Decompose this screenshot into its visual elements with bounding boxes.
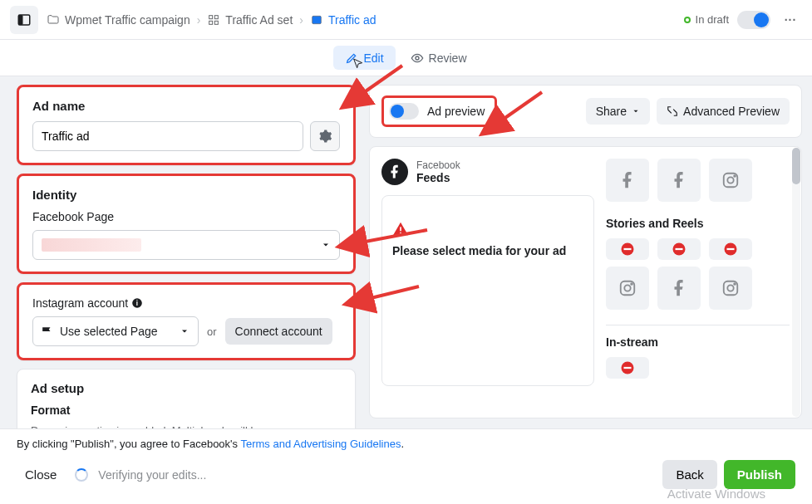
tab-review-label: Review [429,51,467,65]
no-entry-icon [620,360,635,375]
instream-section-title: In-stream [606,335,790,349]
gear-icon [317,129,332,144]
info-icon[interactable]: i [131,297,143,309]
svg-rect-11 [400,232,401,234]
flag-icon [42,326,53,336]
tabs-row: Edit Review [0,40,812,76]
stories-badge-3 [709,238,752,260]
svg-point-22 [624,285,630,291]
consent-text: By clicking "Publish", you agree to Face… [17,438,795,450]
breadcrumb: Wpmet Traffic campaign › Traffic Ad set … [47,13,376,27]
svg-rect-28 [624,367,632,369]
ad-name-settings-button[interactable] [310,121,340,151]
chevron-right-icon: › [197,13,201,27]
ad-name-title: Ad name [32,99,340,113]
breadcrumb-adset[interactable]: Traffic Ad set [207,13,293,27]
stories-badge-2 [657,238,701,260]
ad-preview-toggle[interactable] [389,103,419,120]
chevron-down-icon [632,107,640,115]
panel-icon [17,12,32,27]
grid-icon [207,13,220,27]
ad-setup-card: Ad setup Format Dynamic creative is enab… [17,369,356,428]
breadcrumb-ad-label: Traffic ad [328,13,376,27]
status-indicator: In draft [684,13,729,26]
ad-name-input[interactable] [32,121,303,151]
ad-setup-title: Ad setup [31,381,342,395]
preview-platform-label: Facebook [416,159,460,171]
facebook-logo-icon [381,159,408,185]
preview-scrollbar[interactable] [792,148,800,417]
svg-point-7 [416,56,419,60]
verifying-text: Verifying your edits... [98,468,206,482]
svg-rect-16 [624,248,632,250]
tab-edit[interactable]: Edit [333,46,395,70]
publish-button[interactable]: Publish [724,460,795,489]
media-placeholder: Please select media for your ad [381,195,594,386]
svg-point-23 [631,283,632,285]
identity-card: Identity Facebook Page [17,174,356,274]
breadcrumb-campaign[interactable]: Wpmet Traffic campaign [47,13,190,27]
svg-point-25 [727,285,733,291]
svg-point-13 [727,177,733,183]
facebook-icon [670,279,688,297]
ad-active-toggle[interactable] [737,11,770,29]
connect-account-button[interactable]: Connect account [225,318,332,345]
eye-icon [411,51,424,65]
share-label: Share [596,105,627,118]
footer: By clicking "Publish", you agree to Face… [0,428,812,504]
no-entry-icon [620,242,635,257]
advanced-preview-button[interactable]: Advanced Preview [657,98,790,125]
preview-feed-header: Facebook Feeds [381,159,594,185]
svg-rect-6 [312,16,322,23]
ad-icon [310,13,323,27]
cursor-icon [352,57,365,71]
redacted-page-name [42,238,141,252]
use-selected-page-label: Use selected Page [60,325,158,338]
chevron-right-icon: › [299,13,303,27]
stories-badge-1 [606,238,649,260]
stories-thumb-fb[interactable] [657,267,701,310]
back-button[interactable]: Back [662,460,716,489]
terms-link[interactable]: Terms and Advertising Guidelines [240,438,401,450]
svg-rect-1 [18,15,22,25]
instagram-card: Instagram account i Use selected Page or… [17,282,356,360]
instagram-icon [618,279,637,297]
top-header: Wpmet Traffic campaign › Traffic Ad set … [0,0,812,40]
svg-point-14 [734,175,736,177]
tab-review[interactable]: Review [399,46,479,70]
stories-thumbs [606,267,790,310]
ad-preview-toggle-group: Ad preview [381,95,497,127]
breadcrumb-campaign-label: Wpmet Traffic campaign [65,13,190,27]
stories-thumb-ig2[interactable] [709,267,752,310]
panel-toggle-button[interactable] [10,6,38,34]
media-warning-text: Please select media for your ad [392,243,583,258]
feed-thumb-ig[interactable] [709,159,752,202]
preview-feeds-label: Feeds [416,171,460,184]
format-label: Format [31,404,342,417]
no-entry-icon [723,242,738,257]
facebook-icon [670,171,688,189]
preview-content: Facebook Feeds Please select media for y… [369,146,802,418]
right-column: Ad preview Share Advanced Preview [362,76,812,428]
feed-thumbs [606,159,790,202]
close-button[interactable]: Close [17,461,65,488]
expand-icon [667,105,678,117]
identity-title: Identity [32,188,340,202]
ad-preview-label: Ad preview [427,105,485,118]
breadcrumb-adset-label: Traffic Ad set [225,13,293,27]
feed-thumb-fb[interactable] [606,159,649,202]
feed-thumb-fb2[interactable] [657,159,701,202]
stories-thumb-ig[interactable] [606,267,649,310]
facebook-page-select[interactable] [32,230,340,260]
left-column: Ad name Identity Facebook Page Instagram… [0,76,362,428]
more-menu-button[interactable]: ··· [779,8,802,32]
breadcrumb-ad[interactable]: Traffic ad [310,13,376,27]
instagram-select[interactable]: Use selected Page [32,316,199,346]
share-button[interactable]: Share [586,98,650,125]
svg-rect-2 [209,15,213,18]
svg-rect-18 [676,248,683,250]
svg-text:i: i [136,300,138,307]
tab-edit-label: Edit [363,51,383,65]
facebook-icon [618,171,637,189]
status-label: In draft [696,13,729,26]
